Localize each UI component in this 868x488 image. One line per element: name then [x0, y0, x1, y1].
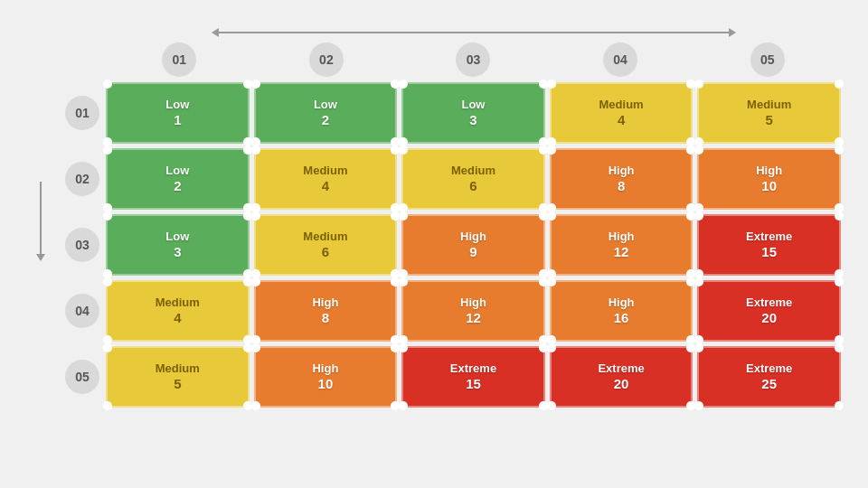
col-header-01: 01: [106, 42, 253, 77]
risk-matrix-grid: 01 Low 1 Low 2 Low 3 Medium 4 Medium 5 0…: [59, 82, 841, 412]
cell-r5-c3: Extreme 15: [401, 346, 545, 408]
cell-number-r4-c2: 8: [322, 310, 329, 326]
cell-r2-c1: Low 2: [106, 148, 250, 210]
cell-label-r4-c4: High: [609, 296, 635, 310]
cell-r3-c3: High 9: [401, 214, 545, 276]
severity-arrow: [212, 28, 736, 37]
cell-label-r3-c2: Medium: [303, 230, 347, 244]
cell-number-r3-c1: 3: [174, 244, 181, 260]
cell-label-r3-c5: Extreme: [746, 230, 792, 244]
col-header-03: 03: [400, 42, 547, 77]
col-circle-03: 03: [456, 42, 490, 77]
cell-r3-c1: Low 3: [106, 214, 250, 276]
cell-r1-c1: Low 1: [106, 82, 250, 144]
row-label-05: 05: [59, 360, 106, 394]
row-circle-05: 05: [65, 360, 99, 394]
cell-r5-c1: Medium 5: [106, 346, 250, 408]
cell-number-r5-c5: 25: [761, 376, 777, 392]
cell-number-r4-c3: 12: [466, 310, 481, 326]
corner-bl: [103, 401, 112, 410]
grid-row-04: 04 Medium 4 High 8 High 12 High 16 Extre…: [59, 280, 841, 342]
col-circle-05: 05: [750, 42, 785, 77]
cell-number-r1-c2: 2: [322, 112, 329, 128]
arrow-head-icon: [729, 28, 736, 37]
cell-label-r3-c3: High: [460, 230, 486, 244]
cell-number-r3-c3: 9: [469, 244, 476, 260]
main-content: 0102030405 01 Low 1 Low 2 Low 3 Medium 4…: [59, 25, 841, 412]
row-circle-02: 02: [65, 162, 99, 196]
arrow-body: [219, 32, 729, 33]
cell-label-r2-c3: Medium: [451, 164, 495, 178]
column-headers: 0102030405: [59, 42, 841, 77]
cell-label-r5-c1: Medium: [156, 361, 200, 376]
cell-number-r2-c4: 8: [618, 178, 625, 194]
row-circle-03: 03: [65, 228, 99, 262]
cell-label-r3-c1: Low: [165, 230, 189, 244]
cell-r1-c2: Low 2: [254, 82, 398, 144]
cell-r1-c3: Low 3: [401, 82, 545, 144]
corner-bl: [694, 401, 703, 410]
row-circle-04: 04: [65, 294, 99, 328]
cell-number-r3-c5: 15: [761, 244, 777, 260]
cell-label-r4-c2: High: [312, 296, 338, 310]
row-label-01: 01: [59, 96, 106, 130]
cell-label-r3-c4: High: [609, 230, 635, 244]
cell-label-r2-c4: High: [609, 164, 635, 178]
cell-label-r1-c4: Medium: [599, 98, 644, 112]
cell-r4-c5: Extreme 20: [697, 280, 841, 342]
cell-r5-c2: High 10: [254, 346, 398, 408]
cell-r2-c5: High 10: [697, 148, 841, 210]
col-header-05: 05: [693, 42, 841, 77]
likelihood-section: [27, 25, 54, 412]
cell-r5-c4: Extreme 20: [550, 346, 693, 408]
row-cells-02: Low 2 Medium 4 Medium 6 High 8 High 10: [106, 148, 841, 210]
cell-number-r4-c5: 20: [761, 310, 777, 326]
cell-number-r2-c2: 4: [322, 178, 329, 194]
row-circle-01: 01: [65, 96, 99, 130]
cell-label-r1-c5: Medium: [747, 98, 791, 112]
cell-label-r2-c5: High: [756, 164, 782, 178]
arrow-start-icon: [212, 28, 219, 37]
cell-r5-c5: Extreme 25: [697, 346, 841, 408]
cell-r4-c2: High 8: [254, 280, 398, 342]
col-circle-02: 02: [309, 42, 344, 77]
cell-label-r5-c2: High: [312, 361, 338, 376]
cell-r2-c3: Medium 6: [401, 148, 545, 210]
row-cells-05: Medium 5 High 10 Extreme 15 Extreme 20 E…: [106, 346, 841, 408]
cell-number-r5-c3: 15: [466, 376, 481, 392]
cell-r2-c2: Medium 4: [254, 148, 398, 210]
severity-section: [59, 25, 841, 37]
corner-bl: [399, 401, 408, 410]
cell-number-r5-c4: 20: [614, 376, 629, 392]
cell-label-r4-c3: High: [460, 296, 486, 310]
cell-r1-c4: Medium 4: [550, 82, 693, 144]
col-circle-01: 01: [162, 42, 196, 77]
cell-label-r1-c2: Low: [314, 98, 337, 112]
cell-label-r2-c2: Medium: [303, 164, 347, 178]
grid-row-02: 02 Low 2 Medium 4 Medium 6 High 8 High 1…: [59, 148, 841, 210]
cell-r4-c1: Medium 4: [106, 280, 250, 342]
cell-label-r4-c5: Extreme: [746, 296, 792, 310]
col-header-04: 04: [547, 42, 694, 77]
cell-number-r4-c4: 16: [614, 310, 629, 326]
cell-number-r5-c2: 10: [318, 376, 334, 392]
cell-label-r1-c1: Low: [165, 98, 189, 112]
cell-label-r5-c3: Extreme: [450, 361, 496, 376]
row-label-02: 02: [59, 162, 106, 196]
corner-bl: [547, 401, 556, 410]
row-label-03: 03: [59, 228, 106, 262]
cell-number-r2-c1: 2: [174, 178, 181, 194]
cell-number-r4-c1: 4: [174, 310, 181, 326]
cell-number-r1-c3: 3: [469, 112, 476, 128]
cell-number-r1-c4: 4: [618, 112, 625, 128]
row-cells-01: Low 1 Low 2 Low 3 Medium 4 Medium 5: [106, 82, 841, 144]
grid-row-01: 01 Low 1 Low 2 Low 3 Medium 4 Medium 5: [59, 82, 841, 144]
cell-r3-c2: Medium 6: [254, 214, 398, 276]
cell-r4-c4: High 16: [550, 280, 693, 342]
cell-number-r1-c1: 1: [174, 112, 181, 128]
cell-number-r3-c2: 6: [322, 244, 329, 260]
cell-r2-c4: High 8: [550, 148, 693, 210]
cell-number-r1-c5: 5: [766, 112, 773, 128]
grid-row-05: 05 Medium 5 High 10 Extreme 15 Extreme 2…: [59, 346, 841, 408]
col-circle-04: 04: [603, 42, 637, 77]
